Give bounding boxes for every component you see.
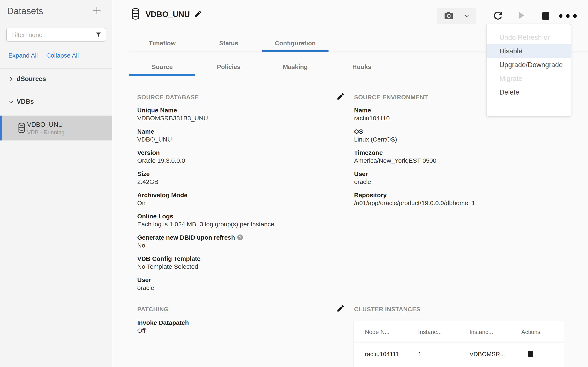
menu-item-migrate: Migrate (487, 72, 571, 85)
field-invoke-datapatch: Invoke Datapatch Off (137, 319, 337, 334)
field-env-timezone: Timezone America/New_York,EST-0500 (354, 149, 554, 165)
pencil-icon (336, 92, 345, 100)
vdbs-label: VDBs (17, 98, 34, 105)
edit-title-button[interactable] (194, 10, 202, 18)
svg-text:?: ? (239, 235, 241, 239)
column-header-node-name: Node N... (365, 329, 389, 335)
source-database-fields: Unique Name VDBOMSRB331B3_UNU Name VDBO_… (137, 106, 337, 297)
field-unique-name: Unique Name VDBOMSRB331B3_UNU (137, 106, 337, 122)
sidebar-title: Datasets (7, 6, 43, 16)
field-vdb-config-template: VDB Config Template No Template Selected (137, 255, 337, 271)
expand-all-link[interactable]: Expand All (8, 52, 38, 59)
row-stop-icon[interactable] (528, 351, 533, 357)
pencil-icon (194, 10, 202, 18)
tab-status[interactable]: Status (195, 35, 262, 51)
refresh-button[interactable] (492, 9, 504, 22)
patching-fields: Invoke Datapatch Off (137, 319, 337, 340)
menu-item-undo-refresh: Undo Refresh or Rewind (487, 31, 571, 44)
sidebar-item-vdbo-unu[interactable]: VDBO_UNU VDB - Running (0, 116, 112, 141)
filter-box (6, 28, 106, 42)
menu-item-upgrade-downgrade[interactable]: Upgrade/Downgrade (487, 58, 571, 72)
table-header-divider (354, 342, 564, 342)
more-actions-button[interactable] (558, 9, 571, 22)
field-env-user: User oracle (354, 170, 554, 186)
sidebar-item-dsources[interactable]: dSources (0, 68, 112, 90)
ellipsis-icon (558, 14, 579, 18)
database-icon (131, 8, 140, 20)
tab-timeflow[interactable]: Timeflow (129, 35, 195, 51)
pencil-icon (336, 304, 345, 313)
edit-patching-button[interactable] (336, 304, 345, 313)
tree-links: Expand All Collapse All (8, 52, 79, 59)
field-archivelog-mode: Archivelog Mode On (137, 191, 337, 207)
cluster-instances-header: CLUSTER INSTANCES (354, 306, 420, 313)
page-title: VDBO_UNU (146, 10, 190, 19)
stop-icon (542, 12, 549, 20)
filter-input[interactable] (11, 28, 93, 42)
field-online-logs: Online Logs Each log is 1,024 MB, 3 log … (137, 212, 337, 228)
chevron-down-icon (8, 99, 15, 105)
chevron-down-icon[interactable] (464, 13, 470, 19)
field-name: Name VDBO_UNU (137, 128, 337, 143)
app-root: Datasets Expand All Collapse All (0, 0, 588, 367)
subtab-masking[interactable]: Masking (262, 58, 328, 75)
active-subtab-indicator (129, 75, 195, 76)
plus-icon (92, 5, 102, 16)
more-actions-menu: Undo Refresh or Rewind Disable Upgrade/D… (486, 24, 571, 117)
field-env-repository: Repository /u01/app/oracle/product/19.0.… (354, 191, 554, 207)
start-button[interactable] (515, 9, 527, 22)
field-generate-new-dbid: Generate new DBID upon refresh? No (137, 234, 337, 249)
cell-instance-name: VDBOMSR... (470, 351, 505, 358)
field-env-os: OS Linux (CentOS) (354, 128, 554, 143)
collapse-all-link[interactable]: Collapse All (46, 52, 79, 59)
cell-node-name: ractiu104111 (365, 351, 399, 358)
main-panel: VDBO_UNU (113, 0, 588, 367)
field-version: Version Oracle 19.3.0.0.0 (137, 149, 337, 165)
stop-button[interactable] (539, 9, 552, 22)
patching-header: PATCHING (137, 306, 169, 313)
play-icon (515, 9, 527, 21)
column-header-actions: Actions (521, 329, 540, 335)
funnel-icon[interactable] (95, 31, 102, 38)
menu-item-disable[interactable]: Disable (487, 44, 571, 58)
cluster-instances-table: Node N... Instanc... Instanc... Actions … (353, 321, 564, 367)
column-header-instance-name: Instanc... (470, 329, 493, 335)
subtab-policies[interactable]: Policies (195, 58, 262, 75)
selected-indicator (0, 116, 2, 141)
edit-source-database-button[interactable] (336, 92, 345, 100)
refresh-icon (492, 9, 504, 22)
snapshot-button-group[interactable] (437, 8, 476, 24)
tab-configuration[interactable]: Configuration (262, 35, 328, 51)
database-icon (17, 122, 26, 134)
subtab-source[interactable]: Source (129, 58, 195, 75)
datasets-sidebar: Datasets Expand All Collapse All (0, 0, 112, 367)
sidebar-header: Datasets (0, 0, 112, 22)
cell-instance-number: 1 (418, 351, 421, 358)
help-icon[interactable]: ? (237, 234, 243, 241)
menu-item-delete[interactable]: Delete (487, 85, 571, 99)
dsources-label: dSources (17, 75, 46, 83)
source-database-header: SOURCE DATABASE (137, 94, 199, 101)
column-header-instance-number: Instanc... (418, 329, 442, 335)
active-tab-indicator (262, 50, 328, 52)
source-environment-header: SOURCE ENVIRONMENT (354, 94, 428, 101)
vdb-name: VDBO_UNU (27, 121, 63, 128)
camera-icon[interactable] (444, 11, 454, 21)
subtab-hooks[interactable]: Hooks (328, 58, 395, 75)
vdb-status: VDB - Running (27, 129, 64, 136)
field-user: User oracle (137, 276, 337, 292)
source-environment-fields: Name ractiu104110 OS Linux (CentOS) Time… (354, 106, 554, 212)
sidebar-item-vdbs[interactable]: VDBs (0, 91, 112, 113)
add-dataset-button[interactable] (92, 5, 102, 16)
field-size: Size 2.42GB (137, 170, 337, 186)
chevron-right-icon (8, 76, 15, 83)
